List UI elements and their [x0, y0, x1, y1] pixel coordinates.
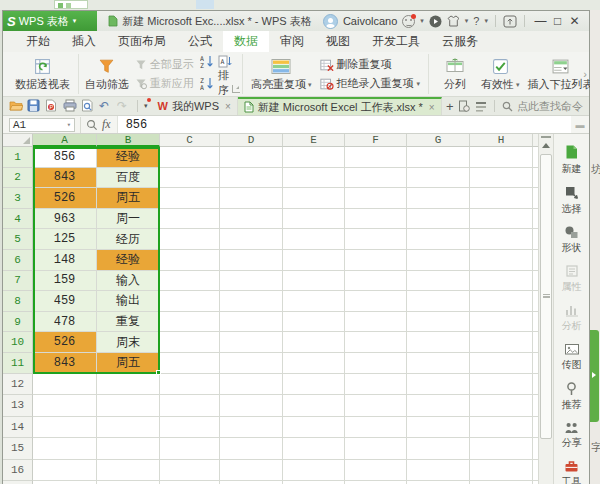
- cell-G6[interactable]: [407, 250, 470, 271]
- wps-menu-button[interactable]: S WPS 表格 ▾: [3, 11, 97, 31]
- cell-B14[interactable]: [97, 417, 160, 439]
- find-command-box[interactable]: 点此查找命令: [502, 99, 583, 114]
- cell-G14[interactable]: [407, 417, 470, 439]
- member-smiley-icon[interactable]: [402, 15, 415, 28]
- cell-E6[interactable]: [283, 250, 345, 271]
- cell-D3[interactable]: [220, 188, 283, 209]
- row-header-4[interactable]: 4: [3, 209, 33, 230]
- undo-button[interactable]: ↶: [99, 99, 113, 113]
- cell-F9[interactable]: [345, 312, 407, 333]
- sidebar-item-推荐[interactable]: 推荐: [554, 377, 589, 417]
- ribbon-button-分列[interactable]: 分列: [433, 54, 477, 94]
- cell-B1[interactable]: 经验: [97, 147, 160, 168]
- cell-H1[interactable]: [470, 147, 533, 168]
- cell-E8[interactable]: [283, 291, 345, 312]
- cell-H14[interactable]: [470, 417, 533, 439]
- ribbon-tab-开始[interactable]: 开始: [15, 31, 61, 52]
- row-header-8[interactable]: 8: [3, 291, 33, 312]
- cell-G1[interactable]: [407, 147, 470, 168]
- cell-D15[interactable]: [220, 438, 283, 460]
- cell-D2[interactable]: [220, 168, 283, 189]
- column-header-D[interactable]: D: [220, 134, 283, 147]
- cell-H12[interactable]: [470, 374, 533, 396]
- cell-A15[interactable]: [33, 438, 97, 460]
- cell-E15[interactable]: [283, 438, 345, 460]
- cell-B5[interactable]: 经历: [97, 229, 160, 250]
- cell-A16[interactable]: [33, 460, 97, 482]
- save-button[interactable]: [27, 99, 41, 113]
- row-header-12[interactable]: 12: [3, 374, 33, 396]
- cell-E9[interactable]: [283, 312, 345, 333]
- row-header-3[interactable]: 3: [3, 188, 33, 209]
- cell-C8[interactable]: [160, 291, 220, 312]
- cell-F13[interactable]: [345, 395, 407, 417]
- restore-up-icon[interactable]: [503, 15, 517, 28]
- row-header-5[interactable]: 5: [3, 229, 33, 250]
- cell-A6[interactable]: 148: [33, 250, 97, 271]
- cell-F3[interactable]: [345, 188, 407, 209]
- cell-D1[interactable]: [220, 147, 283, 168]
- cell-H9[interactable]: [470, 312, 533, 333]
- user-name[interactable]: Caivolcano: [343, 15, 397, 27]
- print-preview-button[interactable]: [81, 99, 95, 113]
- cell-F15[interactable]: [345, 438, 407, 460]
- row-header-13[interactable]: 13: [3, 395, 33, 417]
- cell-B13[interactable]: [97, 395, 160, 417]
- close-button[interactable]: ✕: [566, 14, 583, 28]
- cell-B15[interactable]: [97, 438, 160, 460]
- row-header-10[interactable]: 10: [3, 332, 33, 353]
- cell-A14[interactable]: [33, 417, 97, 439]
- cell-F7[interactable]: [345, 271, 407, 292]
- help-button[interactable]: ?: [473, 15, 479, 27]
- cell-B9[interactable]: 重复: [97, 312, 160, 333]
- cell-F5[interactable]: [345, 229, 407, 250]
- cell-C10[interactable]: [160, 332, 220, 353]
- cell-F16[interactable]: [345, 460, 407, 482]
- cell-F6[interactable]: [345, 250, 407, 271]
- cell-B6[interactable]: 经验: [97, 250, 160, 271]
- cell-A4[interactable]: 963: [33, 209, 97, 230]
- maximize-button[interactable]: □: [549, 14, 566, 28]
- cell-C13[interactable]: [160, 395, 220, 417]
- spreadsheet-grid[interactable]: ABCDEFGH1856经验2843百度3526周五4963周一5125经历61…: [3, 134, 538, 484]
- ribbon-tab-审阅[interactable]: 审阅: [269, 31, 315, 52]
- cell-B4[interactable]: 周一: [97, 209, 160, 230]
- cell-F14[interactable]: [345, 417, 407, 439]
- cell-H6[interactable]: [470, 250, 533, 271]
- cell-B7[interactable]: 输入: [97, 271, 160, 292]
- row-header-11[interactable]: 11: [3, 353, 33, 374]
- cell-D9[interactable]: [220, 312, 283, 333]
- sidebar-item-工具[interactable]: 工具: [554, 455, 589, 484]
- cell-G10[interactable]: [407, 332, 470, 353]
- ribbon-tab-云服务[interactable]: 云服务: [431, 31, 489, 52]
- cell-C1[interactable]: [160, 147, 220, 168]
- cell-D8[interactable]: [220, 291, 283, 312]
- cell-H5[interactable]: [470, 229, 533, 250]
- cell-A7[interactable]: 159: [33, 271, 97, 292]
- cell-E5[interactable]: [283, 229, 345, 250]
- cell-H15[interactable]: [470, 438, 533, 460]
- cell-H13[interactable]: [470, 395, 533, 417]
- cell-A1[interactable]: 856: [33, 147, 97, 168]
- sort-ascending-icon[interactable]: AZ: [200, 55, 214, 68]
- sidebar-item-形状[interactable]: 形状: [554, 221, 589, 260]
- ribbon-tab-视图[interactable]: 视图: [315, 31, 361, 52]
- cell-H10[interactable]: [470, 332, 533, 353]
- cell-G11[interactable]: [407, 353, 470, 374]
- cell-C14[interactable]: [160, 417, 220, 439]
- row-header-1[interactable]: 1: [3, 147, 33, 168]
- cell-G8[interactable]: [407, 291, 470, 312]
- chevron-down-icon[interactable]: ▾: [484, 17, 488, 25]
- scrollbar-thumb[interactable]: [540, 154, 552, 439]
- new-tab-button[interactable]: +: [442, 97, 458, 115]
- collapse-formula-bar-icon[interactable]: ▬: [571, 120, 589, 130]
- cell-C7[interactable]: [160, 271, 220, 292]
- cell-E10[interactable]: [283, 332, 345, 353]
- cell-H4[interactable]: [470, 209, 533, 230]
- cell-B16[interactable]: [97, 460, 160, 482]
- cell-C3[interactable]: [160, 188, 220, 209]
- document-tab-新建 Microsoft Excel 工作表.xlsx *[interactable]: 新建 Microsoft Excel 工作表.xlsx *×: [238, 97, 442, 115]
- cell-D5[interactable]: [220, 229, 283, 250]
- open-folder-button[interactable]: [9, 99, 23, 113]
- cell-C5[interactable]: [160, 229, 220, 250]
